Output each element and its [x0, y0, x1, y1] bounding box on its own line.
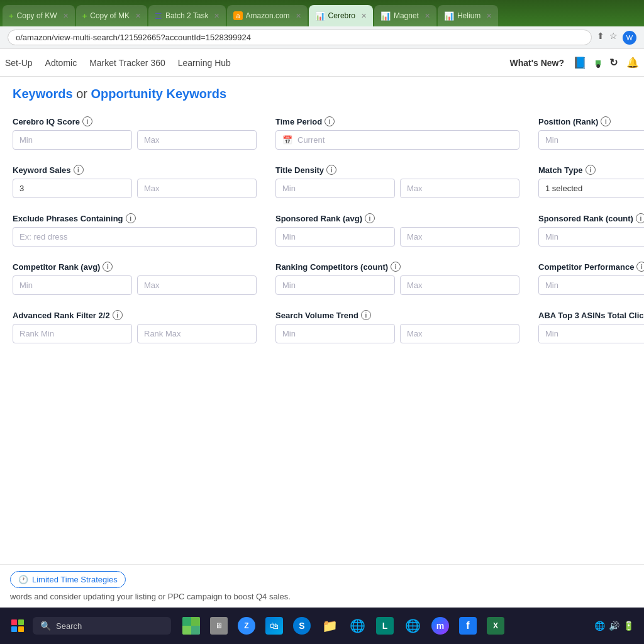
competitor-rank-avg-max-input[interactable] — [137, 275, 257, 295]
advanced-rank-max-input[interactable] — [137, 324, 257, 343]
filter-sponsored-rank-avg: Sponsored Rank (avg) i — [275, 213, 519, 247]
taskbar-app-microsoft-store[interactable]: 🛍 — [262, 613, 287, 638]
nav-market-tracker[interactable]: Market Tracker 360 — [89, 55, 165, 70]
cerebro-iq-max-input[interactable] — [137, 130, 257, 150]
taskbar-app-lync[interactable]: L — [372, 613, 397, 638]
match-type-info-icon[interactable]: i — [586, 165, 596, 175]
whats-new-label[interactable]: What's New? — [509, 58, 564, 68]
filter-cerebro-iq: Cerebro IQ Score i — [13, 116, 257, 150]
address-bar: o/amazon/view-multi-search/121592665?acc… — [0, 26, 644, 49]
time-period-input[interactable]: 📅 Current — [275, 130, 519, 150]
sponsored-rank-count-min-input[interactable] — [538, 227, 644, 247]
match-type-select[interactable]: 1 selected All Organic Sponsored — [538, 179, 644, 198]
exclude-phrases-info-icon[interactable]: i — [126, 213, 136, 223]
title-density-max-input[interactable] — [400, 179, 519, 198]
taskbar-app-messenger[interactable]: m — [428, 613, 453, 638]
search-icon: 🔍 — [40, 621, 51, 631]
tab-close-magnet[interactable]: ✕ — [425, 12, 430, 20]
bookmark-icon[interactable]: ☆ — [609, 31, 618, 45]
keyword-sales-min-input[interactable] — [13, 179, 132, 198]
time-period-info-icon[interactable]: i — [325, 116, 335, 126]
main-content: Keywords or Opportunity Keywords Cerebro… — [0, 77, 644, 360]
filter-sponsored-rank-count: Sponsored Rank (count) i — [538, 213, 644, 247]
tab-icon-copy-kw: + — [9, 11, 14, 21]
tab-close-cerebro[interactable]: ✕ — [361, 12, 367, 20]
title-density-info-icon[interactable]: i — [326, 165, 336, 175]
start-button[interactable] — [5, 613, 30, 638]
taskbar-app-facebook[interactable]: f — [455, 613, 480, 638]
taskbar-search-bar[interactable]: 🔍 Search — [33, 617, 171, 635]
tab-cerebro[interactable]: 📊 Cerebro ✕ — [309, 5, 373, 26]
filter-competitor-performance: Competitor Performance i — [538, 262, 644, 295]
sponsored-rank-avg-min-input[interactable] — [275, 227, 395, 247]
ranking-competitors-min-input[interactable] — [275, 275, 395, 295]
cerebro-iq-min-input[interactable] — [13, 130, 132, 150]
tab-close-helium[interactable]: ✕ — [486, 12, 492, 20]
filter-exclude-phrases: Exclude Phrases Containing i — [13, 213, 257, 247]
refresh-icon[interactable]: ↻ — [609, 57, 618, 69]
taskbar-network-icon[interactable]: 🌐 — [594, 621, 605, 631]
notification-icon[interactable]: 🔔 — [626, 57, 639, 69]
competitor-performance-min-input[interactable] — [538, 275, 644, 295]
tab-close-copy-kw[interactable]: ✕ — [63, 12, 69, 20]
competitor-rank-avg-min-input[interactable] — [13, 275, 132, 295]
sponsored-rank-avg-max-input[interactable] — [400, 227, 519, 247]
advanced-rank-info-icon[interactable]: i — [113, 310, 123, 320]
taskbar-app-zoom[interactable]: Z — [234, 613, 259, 638]
tab-helium[interactable]: 📊 Helium ✕ — [438, 5, 498, 26]
ranking-competitors-max-input[interactable] — [400, 275, 519, 295]
search-volume-trend-min-input[interactable] — [275, 324, 395, 343]
tab-close-copy-mk[interactable]: ✕ — [135, 12, 141, 20]
tab-copy-kw[interactable]: + Copy of KW ✕ — [3, 5, 75, 26]
profile-icon[interactable]: W — [623, 31, 636, 45]
title-density-min-input[interactable] — [275, 179, 395, 198]
tab-label-amazon: Amazon.com — [246, 11, 290, 20]
title-density-inputs — [275, 179, 519, 198]
ranking-competitors-info-icon[interactable]: i — [391, 262, 401, 272]
exclude-phrases-input[interactable] — [13, 227, 257, 247]
search-volume-trend-max-input[interactable] — [400, 324, 519, 343]
share-icon[interactable]: ⬆ — [597, 31, 604, 45]
competitor-rank-avg-info-icon[interactable]: i — [103, 262, 113, 272]
nav-learning-hub[interactable]: Learning Hub — [178, 55, 231, 70]
keyword-sales-max-input[interactable] — [137, 179, 257, 198]
nav-adtomic[interactable]: Adtomic — [45, 55, 77, 70]
filter-position-rank: Position (Rank) i — [538, 116, 644, 150]
tab-batch[interactable]: ☰ Batch 2 Task ✕ — [148, 5, 226, 26]
advanced-rank-min-input[interactable] — [13, 324, 132, 343]
taskbar-app-minecraft[interactable] — [179, 613, 204, 638]
taskbar-app-excel[interactable]: X — [483, 613, 508, 638]
taskbar-battery-icon[interactable]: 🔋 — [623, 621, 634, 631]
facebook-icon[interactable]: 📘 — [573, 56, 587, 70]
tab-amazon[interactable]: a Amazon.com ✕ — [227, 5, 307, 26]
cerebro-iq-info-icon[interactable]: i — [82, 116, 92, 126]
search-volume-trend-info-icon[interactable]: i — [361, 310, 371, 320]
position-rank-info-icon[interactable]: i — [601, 116, 611, 126]
taskbar-app-skype[interactable]: S — [289, 613, 314, 638]
taskbar-app-edge[interactable]: 🌐 — [345, 613, 370, 638]
competitor-performance-info-icon[interactable]: i — [636, 262, 644, 272]
promo-text-content: words and consider updating your listing… — [10, 592, 291, 601]
tab-close-batch[interactable]: ✕ — [214, 12, 219, 20]
taskbar-app-task-manager[interactable]: 🖥 — [206, 613, 231, 638]
sponsored-rank-avg-info-icon[interactable]: i — [365, 213, 375, 223]
taskbar-app-chrome[interactable]: 🌐 — [400, 613, 425, 638]
address-url-input[interactable]: o/amazon/view-multi-search/121592665?acc… — [8, 30, 592, 45]
tab-copy-mk[interactable]: + Copy of MK ✕ — [76, 5, 147, 26]
nav-setup[interactable]: Set-Up — [5, 55, 33, 70]
sponsored-rank-count-info-icon[interactable]: i — [636, 213, 644, 223]
tab-icon-helium: 📊 — [444, 11, 454, 21]
aba-top3-min-input[interactable] — [539, 325, 644, 343]
tab-close-amazon[interactable]: ✕ — [296, 12, 301, 20]
tab-label-batch: Batch 2 Task — [165, 11, 208, 20]
taskbar-volume-icon[interactable]: 🔊 — [609, 621, 619, 631]
filter-keyword-sales-label: Keyword Sales i — [13, 165, 257, 175]
taskbar-app-file-explorer[interactable]: 📁 — [317, 613, 342, 638]
tab-magnet[interactable]: 📊 Magnet ✕ — [374, 5, 436, 26]
position-rank-min-input[interactable] — [538, 130, 644, 150]
competitor-rank-avg-inputs — [13, 275, 257, 295]
tab-icon-batch: ☰ — [155, 11, 162, 21]
keyword-sales-info-icon[interactable]: i — [74, 165, 84, 175]
limited-time-strategies-button[interactable]: 🕐 Limited Time Strategies — [10, 571, 126, 588]
position-rank-inputs — [538, 130, 644, 150]
